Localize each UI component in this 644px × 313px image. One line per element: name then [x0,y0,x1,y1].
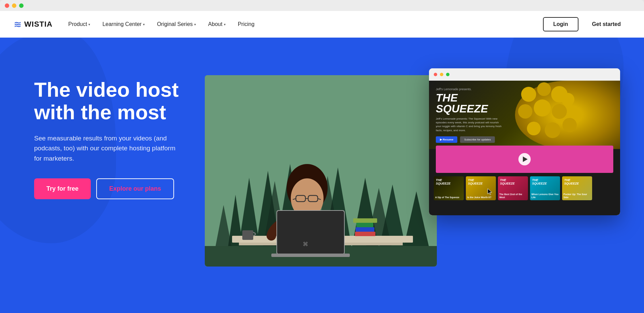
nav-item-about[interactable]: About ▾ [203,18,231,30]
squeeze-description: Jeff's Lemonade presents: The Squeeze! W… [436,117,504,132]
squeeze-presents: Jeff's Lemonade presents. [436,87,504,91]
navbar: ≋ WISTIA Product ▾ Learning Center ▾ Ori… [0,11,644,38]
nav-item-pricing[interactable]: Pricing [232,18,260,30]
svg-rect-31 [356,223,373,227]
nav-links: Product ▾ Learning Center ▾ Original Ser… [63,18,543,30]
browser-minimize-icon [440,73,443,76]
hero-section: The video host with the most See measura… [0,38,644,313]
svg-point-37 [534,99,551,117]
play-button[interactable] [518,153,531,165]
squeeze-title-area: Jeff's Lemonade presents. THESQUEEZE Jef… [436,87,504,143]
episode-1-thumb[interactable]: THESQUEEZE A Sip of The Squeeze [434,176,464,200]
svg-point-40 [545,122,560,138]
svg-rect-25 [277,211,344,254]
ep3-title: THESQUEEZE [498,176,528,187]
svg-text:⌘: ⌘ [303,241,308,247]
squeeze-background: Jeff's Lemonade presents. THESQUEEZE Jef… [429,81,620,149]
episode-2-thumb[interactable]: THESQUEEZE Is the Juice Worth It? [466,176,496,200]
background-scene: ⌘ [205,75,437,267]
lemons-decoration [515,81,620,149]
ep5-label: Pucker Up: The Sour Side [563,193,591,199]
chevron-down-icon: ▾ [224,23,226,26]
browser-toolbar [429,68,620,81]
chevron-down-icon: ▾ [88,23,90,26]
browser-close-icon [434,73,437,76]
forest-scene-svg: ⌘ [205,75,437,267]
cursor-icon [487,188,493,195]
page: ≋ WISTIA Product ▾ Learning Center ▾ Ori… [0,11,644,313]
svg-point-42 [562,118,577,132]
ep3-label: The Best Zest of the West [499,193,527,199]
episode-4-thumb[interactable]: THESQUEEZE When Lemons Give You Life [530,176,560,200]
nav-item-product[interactable]: Product ▾ [63,18,96,30]
try-for-free-button[interactable]: Try for free [34,178,91,199]
svg-point-39 [527,122,541,135]
browser-mockup: Jeff's Lemonade presents. THESQUEEZE Jef… [429,68,620,215]
svg-point-36 [518,104,532,119]
nav-item-learning-center[interactable]: Learning Center ▾ [97,18,150,30]
squeeze-show-title: THESQUEEZE [436,92,504,114]
hero-subtitle: See measurable results from your videos … [34,133,181,163]
cursor-overlay [487,188,493,197]
svg-point-41 [561,93,574,106]
hero-video-background: ⌘ [205,75,437,267]
browser-maximize-icon [446,73,449,76]
svg-point-34 [537,82,551,96]
hero-right: ⌘ [212,65,624,313]
window-chrome [0,0,644,11]
explore-plans-button[interactable]: Explore our plans [96,178,174,199]
nav-actions: Login Get started [543,17,630,31]
resume-button[interactable]: ▶ Resume [436,136,457,143]
svg-point-33 [521,87,536,102]
ep4-label: When Lemons Give You Life [531,193,559,199]
episode-3-thumb[interactable]: THESQUEEZE The Best Zest of the West [498,176,528,200]
svg-rect-28 [242,230,253,240]
minimize-button-icon[interactable] [12,3,16,8]
svg-rect-32 [353,218,377,223]
svg-rect-26 [271,254,350,257]
nav-item-original-series[interactable]: Original Series ▾ [152,18,201,30]
ep1-label: A Sip of The Squeeze [435,196,462,199]
maximize-button-icon[interactable] [19,3,24,8]
episode-5-thumb[interactable]: THESQUEEZE Pucker Up: The Sour Side [562,176,592,200]
video-player [436,146,613,173]
svg-rect-29 [355,232,375,236]
subscribe-button[interactable]: Subscribe for updates [460,136,495,143]
hero-left: The video host with the most See measura… [34,65,212,199]
logo[interactable]: ≋ WISTIA [14,19,53,30]
get-started-button[interactable]: Get started [583,18,630,31]
squeeze-header: Jeff's Lemonade presents. THESQUEEZE Jef… [429,81,620,149]
squeeze-actions: ▶ Resume Subscribe for updates [436,136,504,143]
ep4-title: THESQUEEZE [530,176,560,187]
svg-point-38 [552,104,567,119]
chevron-down-icon: ▾ [143,23,145,26]
logo-text: WISTIA [24,20,53,29]
hero-title: The video host with the most [34,79,212,124]
close-button-icon[interactable] [5,3,9,8]
login-button[interactable]: Login [543,17,578,31]
ep2-title: THESQUEEZE [466,176,496,187]
ep5-title: THESQUEEZE [562,176,592,187]
svg-rect-30 [356,227,374,232]
lemons-svg [515,81,620,149]
episodes-row: THESQUEEZE A Sip of The Squeeze THESQUEE… [429,173,620,204]
hero-buttons: Try for free Explore our plans [34,178,212,199]
wistia-logo-icon: ≋ [14,19,22,30]
browser-content: Jeff's Lemonade presents. THESQUEEZE Jef… [429,81,620,215]
ep1-title: THESQUEEZE [434,176,464,187]
chevron-down-icon: ▾ [194,23,196,26]
play-icon [523,156,528,162]
